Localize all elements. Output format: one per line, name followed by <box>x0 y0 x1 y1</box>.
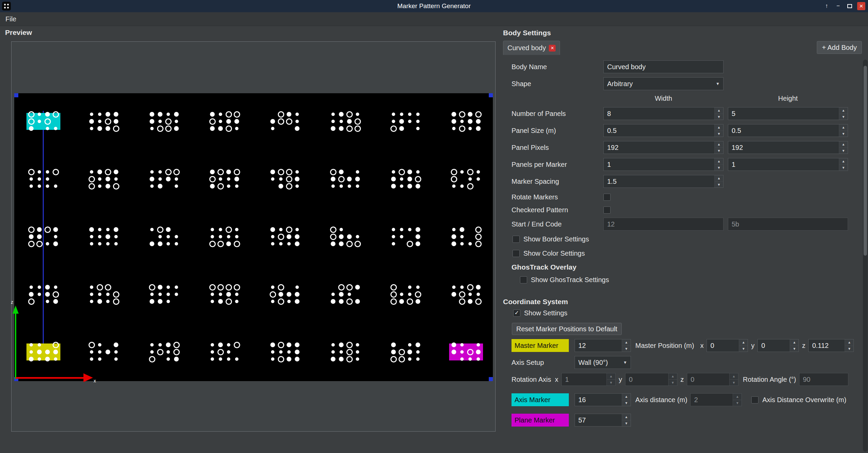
tab-close-icon[interactable]: × <box>549 45 556 52</box>
spin-down-icon[interactable]: ▼ <box>790 346 798 352</box>
close-button[interactable]: × <box>857 2 865 10</box>
start-code-input[interactable] <box>604 218 723 230</box>
spin-up-icon[interactable]: ▲ <box>839 158 848 165</box>
spin-buttons[interactable]: ▲▼ <box>839 107 848 120</box>
spin-buttons[interactable]: ▲▼ <box>714 107 723 120</box>
spin-down-icon[interactable]: ▼ <box>839 148 848 154</box>
show-color-settings-checkbox[interactable]: ✓ <box>513 250 520 257</box>
end-code-input[interactable] <box>728 218 848 230</box>
preview-canvas[interactable]: z x <box>14 93 493 381</box>
spin-down-icon[interactable]: ▼ <box>607 380 615 386</box>
spin-buttons[interactable]: ▲▼ <box>622 339 631 352</box>
show-settings-checkbox[interactable]: ✓ <box>513 310 520 317</box>
tab-curved-body[interactable]: Curved body × <box>503 41 560 55</box>
master-z-input[interactable] <box>809 339 845 352</box>
rollup-button[interactable]: ↑ <box>823 2 831 10</box>
spin-buttons[interactable]: ▲▼ <box>622 394 631 406</box>
maximize-button[interactable] <box>846 2 854 10</box>
panels-per-marker-width-input[interactable] <box>604 158 714 171</box>
rotate-markers-checkbox[interactable]: ✓ <box>603 194 611 201</box>
rotation-x-input[interactable] <box>562 373 606 386</box>
spin-down-icon[interactable]: ▼ <box>739 346 748 352</box>
axis-setup-select[interactable]: Wall (90°) ▼ <box>575 356 631 369</box>
spin-buttons[interactable]: ▲▼ <box>739 339 748 352</box>
spin-down-icon[interactable]: ▼ <box>730 380 738 386</box>
add-body-button[interactable]: + Add Body <box>817 41 862 54</box>
master-x-input[interactable] <box>707 339 739 352</box>
spin-buttons[interactable]: ▲▼ <box>714 124 723 137</box>
panel-pixels-width-input[interactable] <box>604 141 714 154</box>
number-of-panels-width-input[interactable] <box>604 107 714 120</box>
spin-buttons[interactable]: ▲▼ <box>839 158 848 171</box>
spin-down-icon[interactable]: ▼ <box>622 400 631 406</box>
spin-buttons[interactable]: ▲▼ <box>790 339 798 352</box>
scrollbar-thumb[interactable] <box>864 66 867 256</box>
axis-distance-overwrite-checkbox[interactable]: ✓ <box>751 396 758 403</box>
spin-buttons[interactable]: ▲▼ <box>839 124 848 137</box>
spin-down-icon[interactable]: ▼ <box>715 131 723 137</box>
master-y-input[interactable] <box>758 339 790 352</box>
spin-buttons[interactable]: ▲▼ <box>733 394 741 406</box>
checkered-pattern-checkbox[interactable]: ✓ <box>603 206 611 214</box>
spin-down-icon[interactable]: ▼ <box>715 182 723 188</box>
panels-per-marker-height-input[interactable] <box>728 158 839 171</box>
spin-up-icon[interactable]: ▲ <box>607 373 615 380</box>
spin-down-icon[interactable]: ▼ <box>715 165 723 171</box>
rotation-angle-input[interactable] <box>799 373 848 386</box>
spin-buttons[interactable]: ▲▼ <box>606 373 615 386</box>
spin-buttons[interactable]: ▲▼ <box>839 141 848 154</box>
minimize-button[interactable]: − <box>834 2 842 10</box>
scrollbar[interactable] <box>863 60 868 452</box>
resize-handle-bottom-right[interactable] <box>489 377 493 381</box>
axis-marker-input[interactable] <box>575 394 622 406</box>
spin-buttons[interactable]: ▲▼ <box>714 158 723 171</box>
spin-down-icon[interactable]: ▼ <box>733 400 741 406</box>
master-marker-input[interactable] <box>575 339 622 352</box>
rotation-y-input[interactable] <box>625 373 668 386</box>
spin-down-icon[interactable]: ▼ <box>715 148 723 154</box>
spin-down-icon[interactable]: ▼ <box>839 165 848 171</box>
spin-up-icon[interactable]: ▲ <box>715 175 723 182</box>
spin-up-icon[interactable]: ▲ <box>839 107 848 114</box>
spin-buttons[interactable]: ▲▼ <box>714 141 723 154</box>
shape-select[interactable]: Arbitrary ▼ <box>603 77 724 90</box>
rotation-z-input[interactable] <box>687 373 729 386</box>
spin-up-icon[interactable]: ▲ <box>730 373 738 380</box>
spin-up-icon[interactable]: ▲ <box>790 339 798 346</box>
spin-down-icon[interactable]: ▼ <box>839 131 848 137</box>
spin-up-icon[interactable]: ▲ <box>715 158 723 165</box>
spin-up-icon[interactable]: ▲ <box>739 339 748 346</box>
spin-up-icon[interactable]: ▲ <box>845 339 853 346</box>
marker-spacing-input[interactable] <box>604 175 714 188</box>
resize-handle-top-right[interactable] <box>489 93 493 97</box>
spin-down-icon[interactable]: ▼ <box>669 380 677 386</box>
spin-up-icon[interactable]: ▲ <box>669 373 677 380</box>
spin-up-icon[interactable]: ▲ <box>839 124 848 131</box>
spin-buttons[interactable]: ▲▼ <box>729 373 738 386</box>
spin-up-icon[interactable]: ▲ <box>622 414 631 420</box>
spin-up-icon[interactable]: ▲ <box>622 394 631 400</box>
spin-up-icon[interactable]: ▲ <box>715 107 723 114</box>
axis-distance-input[interactable] <box>691 394 733 406</box>
spin-up-icon[interactable]: ▲ <box>733 394 741 400</box>
spin-buttons[interactable]: ▲▼ <box>845 339 853 352</box>
panel-size-width-input[interactable] <box>604 124 714 137</box>
show-ghostrack-settings-checkbox[interactable]: ✓ <box>520 276 527 283</box>
reset-marker-positions-button[interactable]: Reset Marker Positions to Default <box>512 323 622 335</box>
plane-marker-input[interactable] <box>575 414 622 426</box>
spin-down-icon[interactable]: ▼ <box>622 346 631 352</box>
panel-pixels-height-input[interactable] <box>728 141 839 154</box>
spin-buttons[interactable]: ▲▼ <box>622 414 631 426</box>
spin-down-icon[interactable]: ▼ <box>845 346 853 352</box>
spin-up-icon[interactable]: ▲ <box>839 141 848 148</box>
menu-file[interactable]: File <box>0 15 22 23</box>
panel-size-height-input[interactable] <box>728 124 839 137</box>
spin-up-icon[interactable]: ▲ <box>715 124 723 131</box>
body-name-input[interactable] <box>604 61 723 73</box>
resize-handle-top-left[interactable] <box>14 93 18 97</box>
show-border-settings-checkbox[interactable]: ✓ <box>513 236 520 243</box>
spin-buttons[interactable]: ▲▼ <box>668 373 677 386</box>
spin-down-icon[interactable]: ▼ <box>839 114 848 120</box>
spin-down-icon[interactable]: ▼ <box>622 420 631 427</box>
spin-up-icon[interactable]: ▲ <box>715 141 723 148</box>
